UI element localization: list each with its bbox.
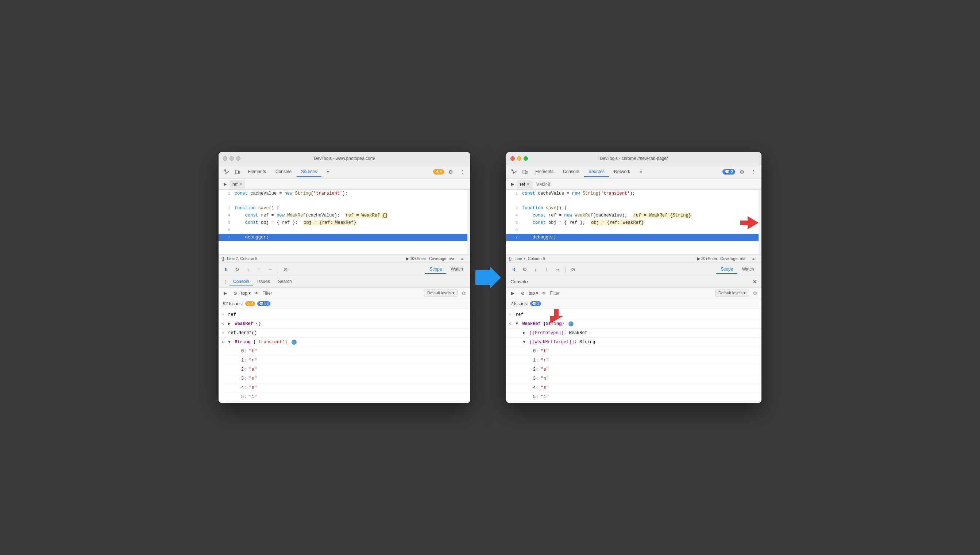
tab-more-left[interactable]: » — [322, 167, 334, 177]
right-console-line-6: 1: "r" — [506, 356, 761, 365]
console-line-3: > ref.deref() — [219, 329, 470, 338]
blue-arrow-graphic — [475, 266, 501, 289]
device-icon-right[interactable] — [520, 167, 530, 177]
left-code-lines: 1 const cacheValue = new String('transie… — [219, 190, 467, 241]
tab-console-left[interactable]: Console — [271, 167, 296, 177]
dbg-pause-btn-left[interactable]: ⏸ — [221, 265, 231, 274]
right-console-close[interactable]: ✕ — [752, 278, 757, 285]
bottom-tab-console-left[interactable]: Console — [230, 278, 253, 286]
run-icon-left[interactable]: ▶ — [221, 181, 229, 188]
file-tab-close-right[interactable]: ✕ — [526, 182, 530, 186]
tab-network-right[interactable]: Network — [610, 167, 635, 177]
console-eye-icon-right[interactable]: 👁 — [540, 289, 548, 298]
file-tab-ref-label: ref — [232, 182, 238, 187]
file-tab-ref-label-right: ref — [520, 182, 525, 187]
dbg-step-into-btn-right[interactable]: ↓ — [531, 265, 540, 274]
right-console-line-1: > ref — [506, 310, 761, 319]
file-tab-vm348[interactable]: VM348 — [533, 180, 553, 188]
maximize-button-left[interactable] — [236, 156, 240, 160]
right-code-line-6: 6 — [506, 226, 759, 234]
console-settings-icon-left[interactable]: ⚙ — [459, 289, 468, 298]
console-settings-icon-right[interactable]: ⚙ — [750, 289, 759, 298]
dbg-deactivate-btn-right[interactable]: ⊘ — [568, 265, 578, 274]
left-scrollbar[interactable] — [467, 190, 470, 254]
dbg-step-btn-left[interactable]: → — [265, 265, 275, 274]
scope-tab-scope-left[interactable]: Scope — [425, 265, 446, 274]
inspect-icon-right[interactable] — [509, 167, 519, 177]
filter-input-left[interactable] — [262, 290, 422, 296]
settings-icon-right[interactable]: ⚙ — [737, 167, 747, 177]
tab-elements-right[interactable]: Elements — [531, 167, 558, 177]
code-line-2 — [219, 197, 467, 204]
dbg-pause-btn-right[interactable]: ⏸ — [509, 265, 518, 274]
console-run-icon-left[interactable]: ▶ — [221, 289, 230, 298]
dbg-step-into-btn-left[interactable]: ↓ — [243, 265, 253, 274]
red-arrow-bottom — [550, 309, 563, 325]
right-devtools-tabs: Elements Console Sources Network » 💬 2 ⚙… — [506, 165, 761, 179]
left-titlebar: DevTools - www.photopea.com/ — [219, 152, 470, 165]
scope-tab-watch-right[interactable]: Watch — [737, 265, 759, 274]
maximize-button-right[interactable] — [524, 156, 528, 160]
right-status-icon[interactable]: ≡ — [748, 253, 759, 264]
bottom-tab-search-left[interactable]: Search — [274, 278, 296, 286]
console-run-icon-right[interactable]: ▶ — [508, 289, 517, 298]
right-console-title-bar: Console ✕ — [506, 276, 761, 288]
bottom-tab-issues-left[interactable]: Issues — [254, 278, 273, 286]
left-code-editor: 1 const cacheValue = new String('transie… — [219, 190, 470, 254]
dbg-deactivate-btn-left[interactable]: ⊘ — [281, 265, 291, 274]
svg-rect-6 — [526, 171, 527, 173]
tab-sources-left[interactable]: Sources — [297, 167, 321, 177]
close-button-right[interactable] — [510, 156, 515, 160]
left-status-bar: {} Line 7, Column 5 ▶ ⌘+Enter Coverage: … — [219, 254, 470, 263]
console-line-10: 5: "i" — [224, 393, 470, 402]
code-line-1: 1 const cacheValue = new String('transie… — [219, 190, 467, 197]
default-levels-btn-right[interactable]: Default levels ▾ — [715, 290, 749, 297]
settings-icon-left[interactable]: ⚙ — [446, 167, 456, 177]
left-status-icon[interactable]: ≡ — [457, 253, 467, 264]
more-icon-right[interactable]: ⋮ — [748, 167, 759, 177]
file-tab-close-left[interactable]: ✕ — [239, 182, 242, 186]
badge-right: 💬 2 — [723, 169, 735, 175]
left-bottom-section: ⋮ Console Issues Search ▶ ⊘ top ▾ 👁 Defa… — [219, 276, 470, 403]
filter-input-right[interactable] — [550, 290, 714, 296]
right-code-line-3: 3 function save() { — [506, 204, 759, 212]
console-clear-icon-right[interactable]: ⊘ — [518, 289, 527, 298]
tab-sources-right[interactable]: Sources — [584, 167, 609, 177]
console-line-1: > ref — [219, 310, 470, 319]
dbg-step-over-btn-left[interactable]: ↻ — [232, 265, 242, 274]
dbg-step-out-btn-left[interactable]: ↑ — [254, 265, 264, 274]
run-icon-right[interactable]: ▶ — [509, 181, 516, 188]
top-label-right: top ▾ — [529, 290, 538, 296]
right-status-bar: {} Line 7, Column 5 ▶ ⌘+Enter Coverage: … — [506, 254, 761, 263]
tab-more-right[interactable]: » — [635, 167, 646, 177]
file-tab-ref-right[interactable]: ref ✕ — [517, 180, 533, 188]
dbg-step-over-btn-right[interactable]: ↻ — [520, 265, 529, 274]
right-scrollbar[interactable] — [759, 190, 761, 254]
dbg-step-btn-right[interactable]: → — [553, 265, 562, 274]
console-eye-icon-left[interactable]: 👁 — [252, 289, 261, 298]
svg-marker-8 — [550, 309, 563, 324]
console-line-2: < ▶ WeakRef {} — [219, 319, 470, 329]
svg-rect-2 — [238, 171, 240, 173]
scope-tab-scope-right[interactable]: Scope — [716, 265, 737, 274]
issues-text-right: 2 Issues: — [510, 301, 528, 306]
minimize-button-right[interactable] — [517, 156, 521, 160]
more-icon-left[interactable]: ⋮ — [457, 167, 467, 177]
dbg-step-out-btn-right[interactable]: ↑ — [542, 265, 551, 274]
console-clear-icon-left[interactable]: ⊘ — [231, 289, 240, 298]
scope-tab-watch-left[interactable]: Watch — [446, 265, 467, 274]
bottom-dots-left[interactable]: ⋮ — [221, 278, 229, 286]
left-console-filter-bar: ▶ ⊘ top ▾ 👁 Default levels ▾ ⚙ — [219, 288, 470, 299]
close-button-left[interactable] — [223, 156, 227, 160]
tab-elements-left[interactable]: Elements — [243, 167, 270, 177]
inspect-icon[interactable] — [221, 167, 232, 177]
right-console-filter-bar: ▶ ⊘ top ▾ 👁 Default levels ▾ ⚙ — [506, 288, 761, 299]
minimize-button-left[interactable] — [230, 156, 234, 160]
device-icon[interactable] — [232, 167, 243, 177]
right-status-braces: {} — [509, 256, 512, 261]
default-levels-btn-left[interactable]: Default levels ▾ — [424, 290, 458, 297]
tab-console-right[interactable]: Console — [559, 167, 584, 177]
file-tab-ref-left[interactable]: ref ✕ — [230, 180, 245, 188]
code-line-7: 7 debugger; — [219, 234, 467, 241]
right-debugger-toolbar: ⏸ ↻ ↓ ↑ → ⊘ Scope Watch — [506, 263, 761, 276]
